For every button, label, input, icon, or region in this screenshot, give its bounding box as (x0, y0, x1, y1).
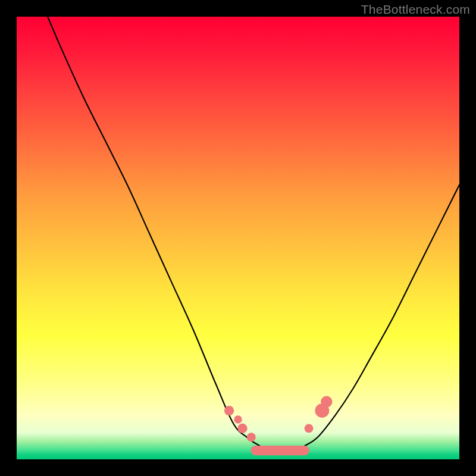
left-dot-4 (247, 433, 256, 441)
chart-svg (17, 17, 459, 459)
right-blob-hi2 (321, 396, 332, 408)
plot-area (17, 17, 459, 459)
curve-group (48, 17, 459, 450)
marker-group (224, 396, 333, 442)
left-dot-1 (224, 406, 234, 415)
left-dot-3 (234, 415, 242, 423)
right-dot-1 (305, 424, 314, 433)
curve-left-curve (48, 17, 273, 450)
watermark-text: TheBottleneck.com (361, 2, 470, 17)
left-dot-2 (237, 424, 247, 433)
chart-frame: TheBottleneck.com (0, 0, 476, 476)
